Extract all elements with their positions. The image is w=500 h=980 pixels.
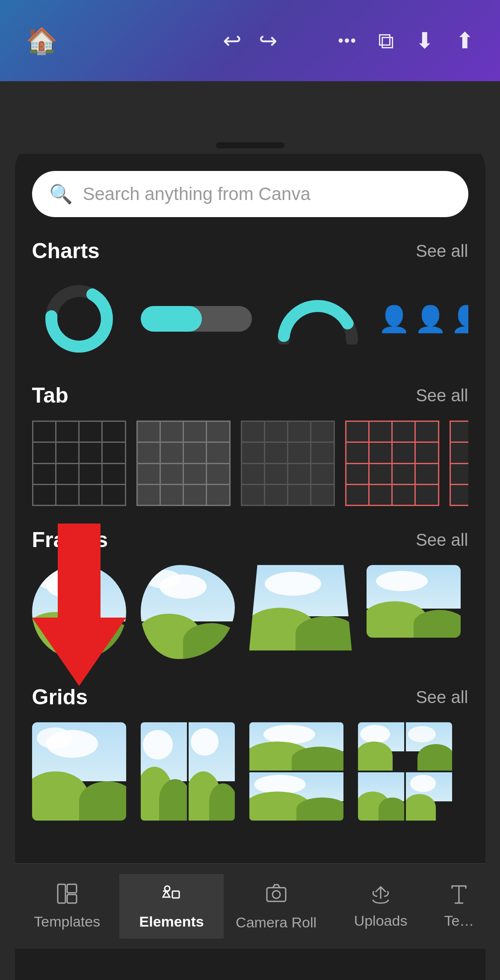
- undo-icon[interactable]: ↩: [223, 28, 242, 53]
- download-icon[interactable]: ⬇: [415, 28, 434, 53]
- search-icon: 🔍: [49, 183, 73, 205]
- grids-header: Grids See all: [32, 685, 468, 709]
- search-bar[interactable]: 🔍 Search anything from Canva: [32, 171, 468, 217]
- charts-see-all[interactable]: See all: [416, 241, 468, 261]
- nav-label-text: Te…: [444, 912, 474, 929]
- camera-icon: [265, 882, 287, 909]
- people-icons: 👤 👤 👤: [378, 304, 468, 334]
- progress-bar: [141, 306, 252, 332]
- frame-circle: [32, 565, 126, 659]
- people-chart-item[interactable]: 👤 👤 👤: [379, 276, 468, 362]
- grids-see-all[interactable]: See all: [416, 688, 468, 707]
- frames-title: Frames: [32, 527, 108, 552]
- text-icon: [450, 883, 467, 907]
- nav-item-camera[interactable]: Camera Roll: [224, 873, 328, 939]
- svg-rect-6: [267, 888, 286, 901]
- table-item-3[interactable]: [241, 421, 335, 506]
- more-icon[interactable]: •••: [338, 32, 357, 50]
- grids-section: Grids See all: [15, 676, 485, 838]
- grid-item-4[interactable]: [358, 722, 456, 825]
- person-2-icon: 👤: [414, 304, 447, 334]
- templates-icon: [56, 883, 78, 908]
- table-item-1[interactable]: [32, 421, 126, 506]
- toolbar-center: ↩ ↪: [223, 28, 278, 53]
- nav-label-templates: Templates: [34, 913, 100, 930]
- tables-title: Tab: [32, 383, 68, 408]
- grids-row: [32, 722, 468, 825]
- nav-item-elements[interactable]: Elements: [119, 874, 224, 939]
- charts-section: Charts See all: [15, 230, 485, 374]
- frame-item-circle[interactable]: [32, 565, 130, 663]
- svg-rect-5: [172, 891, 179, 898]
- frame-item-blob[interactable]: [141, 565, 239, 663]
- grid-item-1[interactable]: [32, 722, 130, 825]
- nav-item-templates[interactable]: Templates: [15, 874, 119, 939]
- toolbar-right: ••• ⧉ ⬇ ⬆: [338, 28, 474, 54]
- phone-container: 🔍 Search anything from Canva Charts See …: [15, 137, 485, 980]
- nav-item-text[interactable]: Te…: [433, 875, 485, 938]
- bottom-nav: Templates Elements: [15, 863, 485, 949]
- grid-2row: [249, 722, 343, 821]
- person-3-icon: 👤: [451, 304, 468, 334]
- top-toolbar: 🏠 ↩ ↪ ••• ⧉ ⬇ ⬆: [0, 0, 500, 81]
- toolbar-left: 🏠: [26, 26, 58, 56]
- tables-header: Tab See all: [32, 383, 468, 408]
- frame-blob: [141, 565, 235, 659]
- frame-trapezoid: [249, 565, 352, 650]
- grid-2x2: [358, 722, 452, 821]
- table-item-5[interactable]: [450, 421, 468, 506]
- frames-header: Frames See all: [32, 527, 468, 552]
- share-icon[interactable]: ⬆: [456, 28, 474, 53]
- donut-chart-item[interactable]: [32, 276, 126, 362]
- svg-rect-3: [67, 884, 77, 893]
- charts-title: Charts: [32, 238, 100, 263]
- search-container: 🔍 Search anything from Canva: [15, 154, 485, 230]
- frame-item-trapezoid[interactable]: [249, 565, 356, 663]
- grid-2col: [141, 722, 235, 821]
- search-placeholder[interactable]: Search anything from Canva: [83, 184, 311, 204]
- nav-item-uploads[interactable]: Uploads: [328, 875, 433, 938]
- redo-icon[interactable]: ↪: [259, 28, 278, 53]
- arch-chart-svg: [271, 293, 365, 344]
- nav-label-camera: Camera Roll: [236, 914, 317, 931]
- arch-chart-item[interactable]: [266, 276, 369, 362]
- progress-chart-item[interactable]: [136, 276, 256, 362]
- nav-label-elements: Elements: [139, 913, 204, 930]
- svg-rect-4: [67, 895, 77, 903]
- elements-icon: [160, 883, 183, 908]
- frames-see-all[interactable]: See all: [416, 530, 468, 550]
- frame-item-rect[interactable]: [367, 565, 465, 650]
- charts-row: 👤 👤 👤: [32, 276, 468, 362]
- tables-row: [32, 421, 468, 506]
- table-item-4[interactable]: [345, 421, 439, 506]
- progress-fill: [141, 306, 202, 332]
- frames-row: [32, 565, 468, 663]
- charts-header: Charts See all: [32, 238, 468, 263]
- grid-item-2[interactable]: [141, 722, 239, 825]
- nav-label-uploads: Uploads: [354, 912, 408, 929]
- svg-point-7: [272, 891, 280, 898]
- duplicate-icon[interactable]: ⧉: [378, 28, 394, 54]
- grid-single: [32, 722, 126, 821]
- frames-section: Frames See all: [15, 519, 485, 676]
- uploads-icon: [370, 883, 392, 907]
- phone-top: [15, 137, 485, 154]
- grid-item-3[interactable]: [249, 722, 348, 825]
- table-item-2[interactable]: [136, 421, 231, 506]
- grids-title: Grids: [32, 685, 88, 709]
- person-1-icon: 👤: [378, 304, 410, 334]
- tables-section: Tab See all: [15, 374, 485, 519]
- frame-rect: [367, 565, 461, 638]
- svg-rect-2: [58, 884, 65, 903]
- donut-chart-svg: [41, 280, 118, 357]
- tables-see-all[interactable]: See all: [416, 386, 468, 405]
- phone-notch: [216, 142, 284, 148]
- home-icon[interactable]: 🏠: [26, 26, 58, 56]
